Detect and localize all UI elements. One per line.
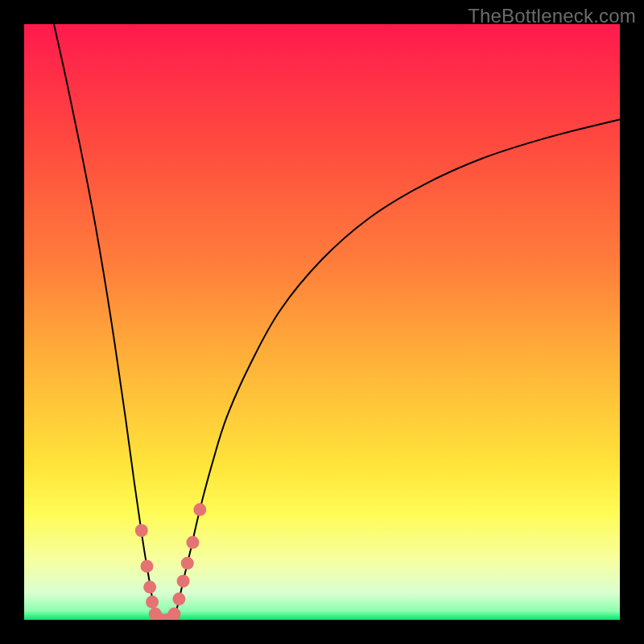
datapoint: [172, 592, 185, 605]
datapoint: [167, 608, 180, 620]
datapoint: [146, 596, 159, 609]
datapoint: [143, 580, 156, 593]
gradient-background: [24, 24, 620, 620]
datapoint: [181, 557, 194, 570]
datapoint: [140, 559, 153, 572]
datapoint: [177, 575, 190, 588]
plot-area: [24, 24, 620, 620]
watermark-text: TheBottleneck.com: [468, 5, 636, 27]
datapoint: [193, 503, 206, 516]
datapoint: [135, 524, 148, 537]
chart-frame: TheBottleneck.com: [0, 0, 644, 644]
datapoint: [186, 536, 199, 549]
chart-svg: [24, 24, 620, 620]
